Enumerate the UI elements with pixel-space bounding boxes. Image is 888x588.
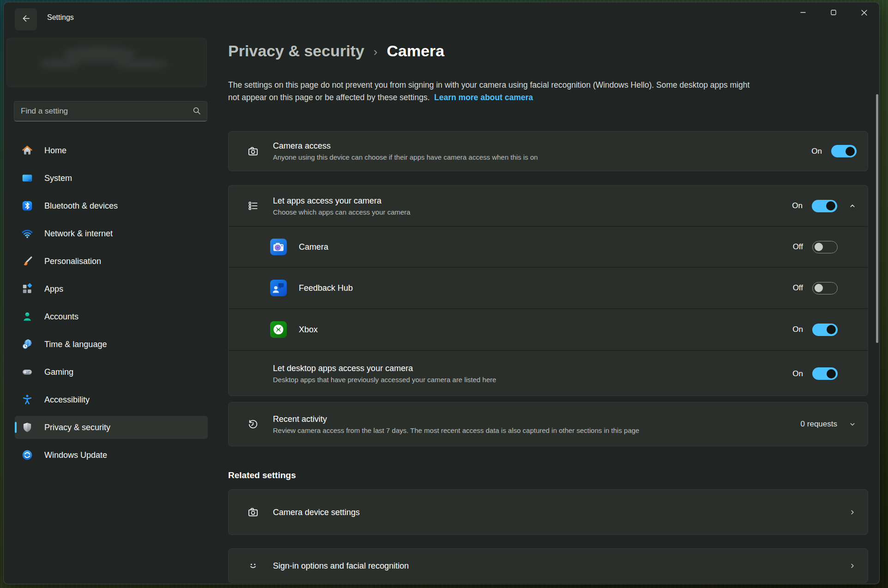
app-name: Camera xyxy=(299,242,328,252)
recent-activity-card[interactable]: Recent activity Review camera access fro… xyxy=(228,402,868,446)
app-row-xbox: Xbox On xyxy=(229,308,868,350)
camera-app-icon xyxy=(270,239,287,255)
page-description: The settings on this page do not prevent… xyxy=(228,79,868,104)
page-description-line1: The settings on this page do not prevent… xyxy=(228,79,868,91)
recent-activity-title: Recent activity xyxy=(273,414,639,425)
breadcrumb-parent[interactable]: Privacy & security xyxy=(228,42,364,60)
camera-outline-icon xyxy=(247,145,259,157)
desktop-apps-title: Let desktop apps access your camera xyxy=(273,363,496,374)
desktop-apps-state: On xyxy=(792,369,803,378)
desktop-apps-toggle[interactable] xyxy=(812,367,838,380)
breadcrumb: Privacy & security › Camera xyxy=(228,42,444,60)
app-row-camera: Camera Off xyxy=(229,226,868,267)
desktop: { "titlebar": { "title": "Settings" }, "… xyxy=(0,0,888,588)
camera-access-title: Camera access xyxy=(273,140,538,151)
app-state: On xyxy=(792,325,803,334)
app-state: Off xyxy=(793,283,803,293)
let-apps-title: Let apps access your camera xyxy=(273,195,411,206)
let-apps-subtitle: Choose which apps can access your camera xyxy=(273,208,411,217)
learn-more-link[interactable]: Learn more about camera xyxy=(434,93,533,102)
camera-app-toggle[interactable] xyxy=(812,241,838,253)
breadcrumb-separator-icon: › xyxy=(374,45,378,59)
chevron-right-icon xyxy=(848,562,857,570)
history-icon xyxy=(247,418,259,430)
camera-outline-icon xyxy=(247,506,259,518)
desktop-apps-row: Let desktop apps access your camera Desk… xyxy=(229,350,868,396)
sign-in-options-label: Sign-in options and facial recognition xyxy=(273,560,409,571)
main-content: Privacy & security › Camera The settings… xyxy=(4,2,879,584)
settings-window: Settings xyxy=(3,2,880,584)
sign-in-options-row[interactable]: Sign-in options and facial recognition xyxy=(228,548,868,583)
camera-access-toggle[interactable] xyxy=(831,145,857,157)
let-apps-state: On xyxy=(792,201,803,210)
chevron-down-icon[interactable] xyxy=(848,420,857,428)
let-apps-toggle[interactable] xyxy=(812,200,837,212)
windows-hello-smile-icon xyxy=(247,560,259,572)
camera-access-subtitle: Anyone using this device can choose if t… xyxy=(273,153,538,162)
recent-activity-subtitle: Review camera access from the last 7 day… xyxy=(273,426,639,435)
related-settings-heading: Related settings xyxy=(228,470,296,480)
page-title: Camera xyxy=(387,42,445,60)
camera-device-settings-label: Camera device settings xyxy=(273,507,360,518)
camera-device-settings-row[interactable]: Camera device settings xyxy=(228,489,868,535)
app-row-feedback-hub: Feedback Hub Off xyxy=(229,267,868,308)
recent-activity-count: 0 requests xyxy=(801,420,837,429)
chevron-up-icon[interactable] xyxy=(848,202,857,210)
chevron-right-icon xyxy=(848,508,857,516)
xbox-toggle[interactable] xyxy=(812,324,838,336)
let-apps-group-card: Let apps access your camera Choose which… xyxy=(228,185,868,396)
let-apps-header-row[interactable]: Let apps access your camera Choose which… xyxy=(229,186,868,226)
app-name: Xbox xyxy=(299,325,318,335)
vertical-scrollbar-thumb[interactable] xyxy=(876,94,878,343)
feedback-hub-app-icon xyxy=(270,280,287,296)
desktop-apps-subtitle: Desktop apps that have previously access… xyxy=(273,375,496,384)
app-state: Off xyxy=(793,242,803,252)
camera-access-state: On xyxy=(811,147,822,156)
xbox-app-icon xyxy=(270,321,287,338)
app-name: Feedback Hub xyxy=(299,283,353,293)
camera-access-card: Camera access Anyone using this device c… xyxy=(228,131,868,171)
page-description-line2: not appear on this page or be affected b… xyxy=(228,91,868,104)
apps-list-icon xyxy=(247,200,259,212)
feedback-hub-toggle[interactable] xyxy=(812,282,838,294)
